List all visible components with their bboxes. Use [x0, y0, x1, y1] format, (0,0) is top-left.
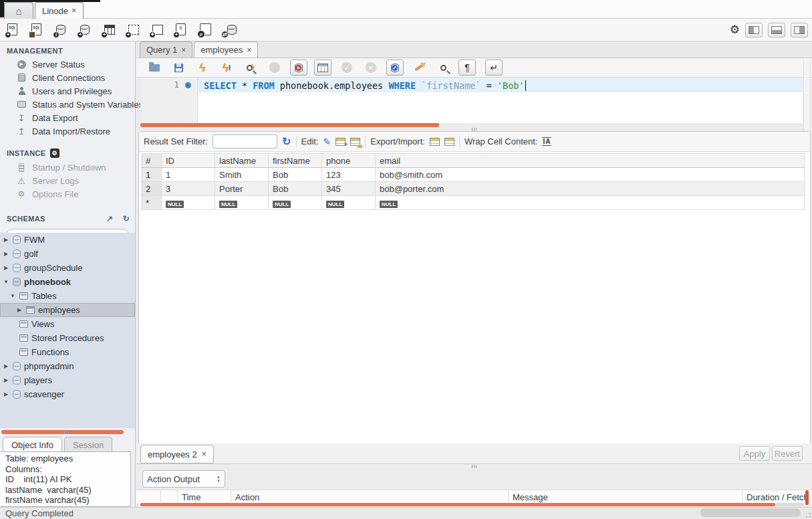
table-new-row[interactable]: * NULL NULL NULL NULL NULL: [142, 196, 805, 210]
chevron-down-icon[interactable]: ▼: [9, 293, 16, 299]
chevron-right-icon[interactable]: ▶: [3, 237, 9, 243]
output-splitter[interactable]: [136, 464, 812, 469]
autocommit-toggle[interactable]: ✓: [386, 60, 404, 76]
chevron-right-icon[interactable]: ▶: [3, 251, 9, 257]
chevron-down-icon[interactable]: ▼: [3, 279, 9, 285]
show-invisible-chars-toggle[interactable]: ¶: [458, 60, 476, 76]
edit-record-icon[interactable]: ✎: [323, 136, 331, 147]
sidebar-item-options-file[interactable]: ⚙ Options File: [0, 187, 135, 201]
schema-inspector-button[interactable]: i: [53, 23, 70, 37]
create-function-button[interactable]: () +: [174, 23, 190, 37]
toggle-bottom-panel-button[interactable]: [768, 23, 785, 37]
output-header-action[interactable]: Action: [231, 490, 508, 504]
tree-item-schema-groupschedule[interactable]: ▶ groupSchedule: [0, 261, 135, 275]
tree-item-schema-scavenger[interactable]: ▶ scavenger: [0, 387, 135, 401]
tree-item-table-employees[interactable]: ▶ employees: [0, 303, 135, 317]
output-vertical-scrollbar[interactable]: [805, 490, 809, 505]
export-recordset-icon[interactable]: [430, 138, 440, 146]
toggle-right-sidebar-button[interactable]: [791, 23, 808, 37]
table-row[interactable]: 2 3 Porter Bob 345 bob@porter.com: [142, 182, 805, 196]
close-icon[interactable]: ×: [247, 45, 251, 55]
wrap-text-toggle[interactable]: ↵: [485, 60, 503, 76]
tree-item-schema-golf[interactable]: ▶ golf: [0, 247, 135, 261]
output-header-duration[interactable]: Duration / Fetch: [742, 490, 812, 504]
column-header-phone[interactable]: phone: [322, 154, 376, 168]
column-header-id[interactable]: ID: [162, 154, 215, 168]
tab-query-1[interactable]: Query 1 ×: [140, 41, 192, 58]
bottom-scrollbar-thumb[interactable]: [700, 508, 801, 517]
expand-schemas-icon[interactable]: ↗: [106, 214, 113, 223]
chevron-right-icon[interactable]: ▶: [16, 307, 23, 313]
tree-item-functions[interactable]: Functions: [0, 345, 135, 359]
tree-item-stored-procedures[interactable]: Stored Procedures: [0, 331, 135, 345]
reconnect-dbms-button[interactable]: ⇄: [222, 23, 238, 37]
tab-session[interactable]: Session: [64, 437, 112, 452]
sidebar-item-startup-shutdown[interactable]: Startup / Shutdown: [0, 161, 135, 174]
execute-current-statement-button[interactable]: ϟI: [218, 60, 235, 76]
cell-null[interactable]: NULL: [162, 196, 215, 210]
toggle-left-sidebar-button[interactable]: [745, 23, 763, 37]
rollback-button[interactable]: ✕: [362, 60, 380, 76]
sql-text[interactable]: SELECT * FROM phonebook.employees WHERE …: [204, 78, 526, 92]
sidebar-item-client-connections[interactable]: Client Connections: [0, 71, 135, 84]
tab-employees-2[interactable]: employees 2 ×: [140, 445, 214, 463]
sidebar-item-status-system-variables[interactable]: Status and System Variables: [0, 98, 135, 111]
wrap-cell-content-icon[interactable]: IA: [542, 137, 551, 146]
save-script-button[interactable]: [170, 60, 187, 76]
sidebar-item-server-logs[interactable]: ⚠ Server Logs: [0, 174, 135, 187]
sidebar-horizontal-scrollbar[interactable]: [1, 430, 124, 434]
output-header-time[interactable]: Time: [177, 490, 231, 504]
create-view-button[interactable]: +: [126, 23, 142, 37]
sidebar-item-data-import[interactable]: ↥ Data Import/Restore: [0, 124, 135, 138]
tree-item-views[interactable]: Views: [0, 317, 135, 331]
cell-lastname[interactable]: Smith: [215, 168, 269, 182]
sidebar-splitter-grip[interactable]: [64, 431, 69, 434]
cell-null[interactable]: NULL: [215, 196, 269, 210]
refresh-schemas-icon[interactable]: ↻: [123, 214, 130, 223]
close-icon[interactable]: ×: [202, 449, 207, 459]
open-sql-script-button[interactable]: SQL: [29, 23, 45, 37]
tab-employees[interactable]: employees ×: [194, 41, 258, 58]
stop-on-error-toggle[interactable]: ✕: [290, 60, 307, 76]
execute-query-button[interactable]: ϟ: [194, 60, 211, 76]
stop-query-button[interactable]: [266, 60, 283, 76]
create-procedure-button[interactable]: ✦: [150, 23, 166, 37]
sidebar-item-data-export[interactable]: ↧ Data Export: [0, 111, 135, 124]
commit-button[interactable]: ✓: [338, 60, 356, 76]
output-horizontal-scrollbar[interactable]: [140, 503, 775, 506]
cell-null[interactable]: NULL: [269, 196, 322, 210]
revert-button[interactable]: Revert: [772, 446, 803, 461]
tree-item-schema-players[interactable]: ▶ players: [0, 373, 135, 387]
close-icon[interactable]: ×: [181, 45, 186, 55]
connection-tab-close-icon[interactable]: ×: [72, 6, 76, 15]
beautify-sql-button[interactable]: [410, 60, 428, 76]
limit-rows-toggle[interactable]: [314, 60, 331, 76]
cell-lastname[interactable]: Porter: [215, 182, 269, 196]
cell-id[interactable]: 1: [162, 168, 215, 182]
output-type-select[interactable]: Action Output ▲▼: [142, 470, 225, 488]
add-row-icon[interactable]: +: [335, 138, 346, 146]
tree-item-schema-fwm[interactable]: ▶ FWM: [0, 233, 135, 247]
chevron-right-icon[interactable]: ▶: [3, 377, 9, 383]
output-header-message[interactable]: Message: [508, 490, 742, 504]
column-header-firstname[interactable]: firstName: [269, 154, 322, 168]
tree-item-schema-phpmyadmin[interactable]: ▶ phpmyadmin: [0, 359, 135, 373]
apply-button[interactable]: Apply: [739, 446, 770, 461]
create-table-button[interactable]: +: [102, 23, 118, 37]
import-records-icon[interactable]: [444, 138, 454, 146]
tree-item-schema-phonebook[interactable]: ▼ phonebook: [0, 275, 135, 289]
create-schema-button[interactable]: +: [78, 23, 94, 37]
cell-email[interactable]: bob@porter.com: [376, 182, 805, 196]
preferences-gear-icon[interactable]: ⚙: [730, 24, 740, 35]
column-header-lastname[interactable]: lastName: [215, 154, 269, 168]
new-query-tab-button[interactable]: SQL +: [5, 23, 21, 37]
connection-tab[interactable]: Linode ×: [35, 2, 84, 19]
table-row[interactable]: 1 1 Smith Bob 123 bob@smith.com: [142, 168, 805, 182]
sidebar-item-server-status[interactable]: ▶ Server Status: [0, 58, 135, 71]
cell-null[interactable]: NULL: [322, 196, 376, 210]
delete-row-icon[interactable]: [350, 138, 360, 146]
cell-email[interactable]: bob@smith.com: [376, 168, 805, 182]
column-header-index[interactable]: #: [142, 154, 162, 168]
home-tab[interactable]: ⌂: [4, 2, 33, 19]
column-header-email[interactable]: email: [376, 154, 805, 168]
